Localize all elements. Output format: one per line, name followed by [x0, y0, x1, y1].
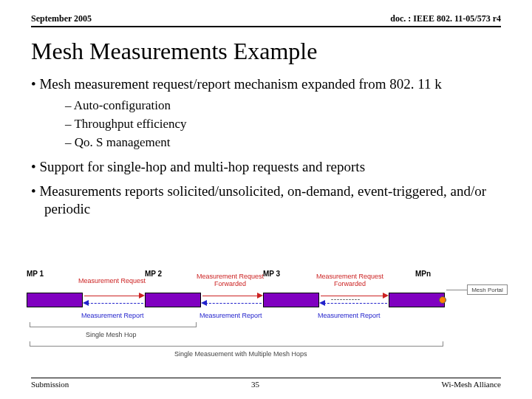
arrow-rep-3 — [324, 303, 387, 304]
portal-dot — [439, 296, 446, 304]
portal-connector — [446, 290, 467, 290]
arrowhead-req-3 — [383, 293, 389, 299]
arrow-req-1 — [84, 296, 142, 296]
brace-multi — [30, 341, 443, 347]
brace-multi-label: Single Measuement with Multiple Mesh Hop… — [174, 350, 307, 358]
rep-label-2: Measurement Report — [200, 312, 262, 319]
req-label-3: Measurement Request Forwarded — [316, 273, 383, 287]
arrowhead-rep-1 — [83, 300, 89, 306]
node-mp2 — [145, 293, 201, 307]
header-doc: doc. : IEEE 802. 11-05/573 r4 — [390, 13, 501, 24]
arrow-req-2 — [202, 296, 260, 296]
portal-box: Mesh Portal — [467, 284, 508, 295]
node-mp1 — [27, 293, 83, 307]
arrow-rep-2 — [205, 303, 262, 304]
req-label-2: Measurement Request Forwarded — [197, 273, 264, 287]
arrowhead-req-1 — [139, 293, 145, 299]
label-mp2: MP 2 — [145, 270, 162, 278]
brace-single-label: Single Mesh Hop — [86, 331, 137, 338]
mesh-diagram: MP 1 MP 2 MP 3 MPn ---------- Measuremen… — [27, 279, 505, 361]
arrowhead-rep-2 — [201, 300, 207, 306]
bullet-1-text: Mesh measurement request/report mechanis… — [39, 76, 441, 92]
brace-single — [30, 322, 197, 327]
arrow-rep-1 — [87, 303, 143, 304]
header-date: September 2005 — [31, 13, 92, 24]
footer: Submission 35 Wi-Mesh Alliance — [31, 378, 501, 389]
node-mpn — [389, 293, 445, 307]
bullet-3: Measurements reports solicited/unsolicit… — [31, 183, 501, 218]
footer-right: Wi-Mesh Alliance — [441, 380, 501, 389]
bullet-1: Mesh measurement request/report mechanis… — [31, 75, 501, 151]
sub-1: Auto-configuration — [65, 98, 501, 113]
label-mp1: MP 1 — [27, 270, 44, 278]
footer-center: 35 — [251, 380, 259, 389]
slide-title: Mesh Measurements Example — [0, 27, 532, 71]
rep-label-1: Measurement Report — [81, 312, 144, 319]
node-mp3 — [263, 293, 319, 307]
continuation-dots: ---------- — [331, 296, 361, 303]
arrowhead-rep-3 — [319, 300, 325, 306]
bullet-2: Support for single-hop and multi-hop req… — [31, 158, 501, 176]
sub-2: Throughput efficiency — [65, 116, 501, 132]
slide-body: Mesh measurement request/report mechanis… — [0, 71, 532, 218]
footer-left: Submission — [31, 380, 69, 389]
label-mp3: MP 3 — [263, 270, 280, 278]
label-mpn: MPn — [415, 270, 431, 278]
rep-label-3: Measurement Report — [318, 312, 381, 319]
arrowhead-req-2 — [257, 293, 263, 299]
footer-rule — [31, 378, 501, 378]
req-label-1: Measurement Request — [78, 277, 146, 284]
arrow-req-3 — [321, 296, 386, 296]
sub-3: Qo. S management — [65, 134, 501, 150]
